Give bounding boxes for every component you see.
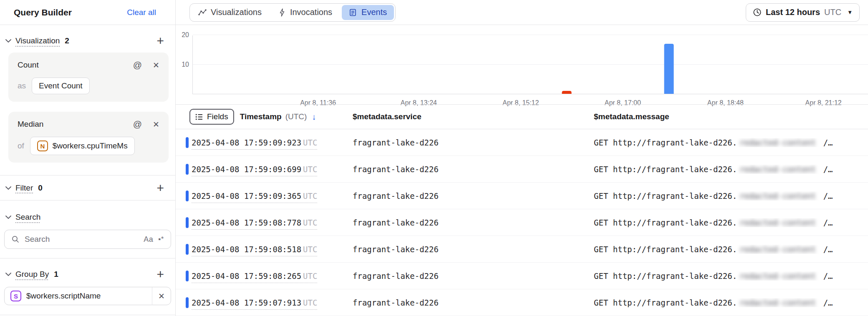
column-header-timestamp[interactable]: Timestamp (240, 112, 282, 121)
message-prefix: GET http://fragrant-lake-d226. (594, 298, 737, 307)
add-filter-button[interactable]: + (156, 182, 165, 194)
cell-message: GET http://fragrant-lake-d226.redacted-c… (594, 218, 868, 227)
cell-message: GET http://fragrant-lake-d226.redacted-c… (594, 245, 868, 254)
fields-button[interactable]: Fields (189, 109, 234, 125)
row-indicator (186, 271, 189, 281)
regex-icon[interactable]: ▪* (158, 235, 164, 243)
count-card-title: Count (18, 60, 39, 70)
table-row[interactable]: 2025-04-08 17:59:08:518UTC fragrant-lake… (176, 236, 868, 263)
view-tab-group: Visualizations Invocations Events (189, 3, 396, 22)
cell-timestamp[interactable]: 2025-04-08 17:59:07:913UTC (192, 298, 353, 307)
visualization-section-label[interactable]: Visualization (15, 36, 60, 45)
visualization-count: 2 (65, 36, 69, 45)
cell-timestamp[interactable]: 2025-04-08 17:59:09:923UTC (192, 138, 353, 147)
add-group-by-button[interactable]: + (156, 268, 165, 281)
cell-timestamp[interactable]: 2025-04-08 17:59:08:778UTC (192, 218, 353, 227)
cell-service: fragrant-lake-d226 (353, 271, 594, 281)
caret-down-icon: ▼ (847, 9, 853, 15)
list-fields-icon (195, 113, 203, 120)
message-redacted: redacted-content (739, 165, 816, 174)
search-input[interactable] (25, 235, 139, 244)
message-suffix: /… (818, 165, 833, 174)
message-prefix: GET http://fragrant-lake-d226. (594, 245, 737, 254)
of-label: of (18, 141, 24, 150)
topbar: Visualizations Invocations Events (176, 0, 868, 25)
cell-message: GET http://fragrant-lake-d226.redacted-c… (594, 298, 868, 307)
as-label: as (18, 81, 26, 90)
match-case-icon[interactable]: Aa (144, 235, 153, 244)
cell-message: GET http://fragrant-lake-d226.redacted-c… (594, 138, 868, 147)
cell-timestamp[interactable]: 2025-04-08 17:59:08:265UTC (192, 271, 353, 281)
time-range-label: Last 12 hours (766, 8, 820, 17)
cell-timestamp[interactable]: 2025-04-08 17:59:09:365UTC (192, 191, 353, 201)
message-redacted: redacted-content (739, 298, 816, 307)
at-mention-icon[interactable]: @ (133, 119, 142, 129)
table-header: Fields Timestamp (UTC) ↓ $metadata.servi… (176, 104, 868, 129)
message-suffix: /… (818, 218, 833, 227)
cell-message: GET http://fragrant-lake-d226.redacted-c… (594, 271, 868, 281)
chart-gridline (193, 35, 868, 35)
table-row[interactable]: 2025-04-08 17:59:09:923UTC fragrant-lake… (176, 129, 868, 156)
timestamp-timezone: UTC (303, 165, 317, 174)
fields-button-label: Fields (207, 112, 228, 121)
chevron-down-icon[interactable] (4, 272, 13, 276)
message-redacted: redacted-content (739, 138, 816, 147)
column-header-message[interactable]: $metadata.message (594, 112, 669, 121)
column-header-service[interactable]: $metadata.service (353, 112, 421, 121)
remove-group-by-icon[interactable]: ✕ (152, 291, 171, 301)
filter-section-header: Filter 0 + (0, 176, 175, 201)
cell-message: GET http://fragrant-lake-d226.redacted-c… (594, 165, 868, 174)
table-row[interactable]: 2025-04-08 17:59:07:913UTC fragrant-lake… (176, 289, 868, 316)
table-row[interactable]: 2025-04-08 17:59:08:265UTC fragrant-lake… (176, 263, 868, 289)
clear-all-link[interactable]: Clear all (127, 8, 156, 17)
tab-label: Invocations (290, 8, 332, 17)
y-axis-tick-label: 20 (176, 31, 189, 39)
time-range-dropdown[interactable]: Last 12 hours UTC ▼ (746, 3, 860, 22)
message-prefix: GET http://fragrant-lake-d226. (594, 218, 737, 227)
clock-icon (753, 8, 762, 17)
chart-bar[interactable] (664, 44, 674, 94)
chevron-down-icon[interactable] (4, 39, 13, 43)
tab-visualizations[interactable]: Visualizations (190, 4, 270, 21)
table-row[interactable]: 2025-04-08 17:59:09:365UTC fragrant-lake… (176, 183, 868, 209)
group-by-chip[interactable]: S $workers.scriptName ✕ (4, 287, 171, 305)
message-suffix: /… (818, 245, 833, 254)
row-indicator (186, 191, 189, 201)
cell-timestamp[interactable]: 2025-04-08 17:59:09:699UTC (192, 165, 353, 174)
table-row[interactable]: 2025-04-08 17:59:08:778UTC fragrant-lake… (176, 209, 868, 236)
add-visualization-button[interactable]: + (156, 35, 165, 47)
group-by-section-label[interactable]: Group By (15, 270, 49, 279)
timestamp-timezone: UTC (303, 218, 317, 227)
cell-service: fragrant-lake-d226 (353, 165, 594, 174)
event-count-value-box[interactable]: Event Count (32, 78, 90, 94)
sort-descending-icon[interactable]: ↓ (312, 112, 316, 122)
timestamp-value: 2025-04-08 17:59:08:778 (192, 218, 301, 227)
close-icon[interactable]: ✕ (153, 120, 159, 129)
message-prefix: GET http://fragrant-lake-d226. (594, 191, 737, 201)
cell-service: fragrant-lake-d226 (353, 245, 594, 254)
chart-bar[interactable] (562, 91, 572, 94)
chevron-down-icon[interactable] (4, 186, 13, 190)
close-icon[interactable]: ✕ (153, 60, 159, 70)
table-row[interactable]: 2025-04-08 17:59:09:699UTC fragrant-lake… (176, 156, 868, 183)
cell-service: fragrant-lake-d226 (353, 191, 594, 201)
cell-timestamp[interactable]: 2025-04-08 17:59:08:518UTC (192, 245, 353, 254)
event-count-value: Event Count (39, 81, 83, 90)
message-redacted: redacted-content (739, 191, 816, 201)
page-title: Query Builder (14, 8, 72, 18)
median-field-value-box[interactable]: N $workers.cpuTimeMs (30, 137, 135, 155)
message-prefix: GET http://fragrant-lake-d226. (594, 165, 737, 174)
row-indicator (186, 244, 189, 255)
tab-invocations[interactable]: Invocations (270, 4, 341, 21)
message-suffix: /… (818, 271, 833, 281)
message-redacted: redacted-content (739, 271, 816, 281)
visualization-section-header: Visualization 2 + (0, 31, 175, 51)
median-card-title: Median (18, 120, 43, 129)
divider (0, 315, 175, 315)
tab-events[interactable]: Events (342, 5, 394, 20)
search-section-label[interactable]: Search (15, 213, 40, 222)
timestamp-timezone: UTC (303, 245, 317, 254)
at-mention-icon[interactable]: @ (133, 60, 142, 70)
chevron-down-icon[interactable] (4, 215, 13, 219)
filter-section-label[interactable]: Filter (15, 183, 33, 193)
